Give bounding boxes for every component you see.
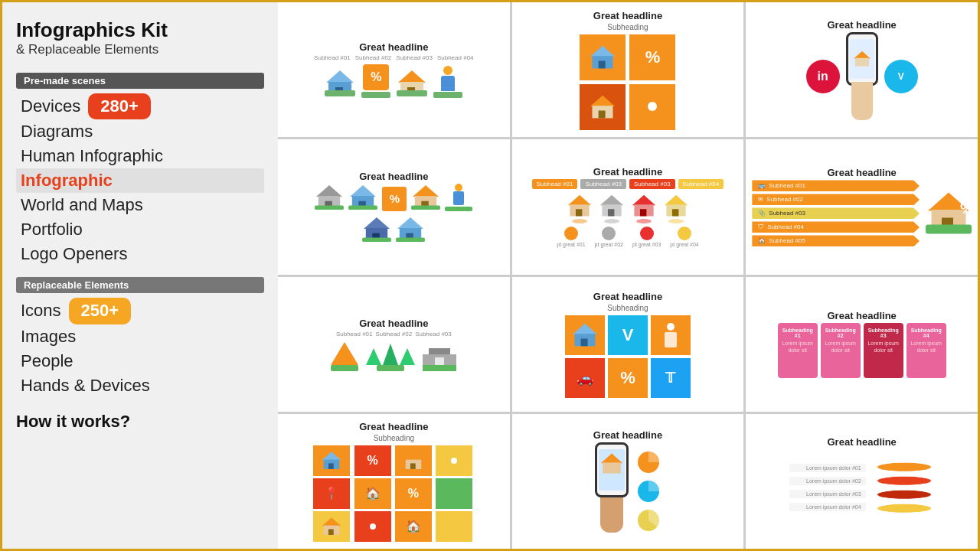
svg-rect-19 xyxy=(315,205,344,210)
cell6-content: 🚌 Subhead #01 ✉ Subhead #02 📎 Subhead #0… xyxy=(752,180,972,246)
cell-11: Great headline xyxy=(512,414,744,549)
sidebar-item-devices[interactable]: Devices xyxy=(16,94,80,119)
cell2-subheading: Subheading xyxy=(607,23,648,31)
cell4-title: Great headline xyxy=(359,171,428,182)
sidebar-item-images[interactable]: Images xyxy=(16,324,264,349)
cell-3: Great headline in xyxy=(746,2,978,137)
svg-marker-63 xyxy=(404,452,423,460)
badge-250: 250+ xyxy=(69,298,132,324)
cell5-title: Great headline xyxy=(593,166,662,178)
svg-rect-65 xyxy=(410,463,416,469)
cell7-title: Great headline xyxy=(359,318,428,329)
svg-marker-14 xyxy=(854,51,871,59)
svg-marker-36 xyxy=(568,195,591,205)
app-subtitle: & Replaceable Elements xyxy=(16,42,264,57)
premade-section-label: Pre-made scenes xyxy=(16,73,264,89)
svg-text:%: % xyxy=(960,198,972,216)
svg-rect-23 xyxy=(348,205,377,210)
cell-4: Great headline % xyxy=(278,139,510,274)
svg-marker-45 xyxy=(665,195,688,205)
sidebar-item-human[interactable]: Human Infographic xyxy=(16,144,264,168)
svg-rect-38 xyxy=(576,210,582,217)
svg-marker-39 xyxy=(600,195,623,205)
cell1-title: Great headline xyxy=(359,41,428,53)
svg-marker-8 xyxy=(590,45,615,56)
svg-rect-35 xyxy=(396,237,425,242)
app-title: Infographics Kit xyxy=(16,19,264,42)
cell8-tiles: V 🚗 % 𝕋 xyxy=(565,315,691,398)
svg-rect-31 xyxy=(362,237,391,242)
svg-marker-28 xyxy=(364,217,390,229)
svg-marker-66 xyxy=(322,517,341,526)
svg-rect-41 xyxy=(608,210,614,217)
replaceable-section-label: Replaceable Elements xyxy=(16,277,264,293)
sidebar-item-people[interactable]: People xyxy=(16,349,264,373)
cell3-content: in V xyxy=(806,32,918,120)
svg-rect-27 xyxy=(411,205,440,210)
cell8-title: Great headline xyxy=(593,291,662,302)
svg-rect-3 xyxy=(325,90,355,96)
svg-rect-68 xyxy=(328,529,334,535)
cell10-subheading: Subheading xyxy=(374,434,414,442)
svg-rect-62 xyxy=(328,463,334,469)
cell10-grid: % 📍 🏠 % 🏠 xyxy=(313,445,474,542)
svg-marker-32 xyxy=(397,217,423,229)
content-grid: Great headline Subhead #01Subhead #02Sub… xyxy=(278,2,978,549)
cell-9: Great headline Subheading #1 Lorem ipsum… xyxy=(746,277,978,412)
cell9-cards: Subheading #1 Lorem ipsum dolor sit Subh… xyxy=(778,323,946,378)
icons-row: Icons 250+ xyxy=(16,298,264,324)
svg-marker-20 xyxy=(350,185,376,197)
sidebar-item-infographic[interactable]: Infographic xyxy=(16,168,264,193)
svg-rect-7 xyxy=(397,90,427,96)
svg-rect-51 xyxy=(926,224,972,233)
sidebar-item-hands[interactable]: Hands & Devices xyxy=(16,373,264,398)
cell-12: Great headline Lorem ipsum dolor #01 Lor… xyxy=(746,414,978,549)
sidebar-item-worldmaps[interactable]: World and Maps xyxy=(16,193,264,217)
cell-10: Great headline Subheading % 📍 🏠 % 🏠 xyxy=(278,414,510,549)
sidebar-item-icons[interactable]: Icons xyxy=(16,298,61,323)
svg-rect-56 xyxy=(423,365,456,371)
svg-rect-70 xyxy=(603,463,621,474)
cell6-title: Great headline xyxy=(828,167,897,178)
cell7-subheads: Subhead #01Subhead #02Subhead #03 xyxy=(336,331,452,337)
sidebar: Infographics Kit & Replaceable Elements … xyxy=(2,2,278,549)
svg-marker-16 xyxy=(316,185,342,197)
cell-5: Great headline Subhead #01 Subhead #03 S… xyxy=(512,139,744,274)
cell5-icons xyxy=(567,194,689,223)
cell2-title: Great headline xyxy=(593,10,662,21)
sidebar-item-diagrams[interactable]: Diagrams xyxy=(16,119,264,144)
svg-marker-42 xyxy=(632,195,655,205)
badge-280: 280+ xyxy=(88,93,151,119)
sidebar-item-logoopeners[interactable]: Logo Openers xyxy=(16,242,264,266)
sidebar-item-portfolio[interactable]: Portfolio xyxy=(16,217,264,242)
cell8-subheading: Subheading xyxy=(607,304,648,312)
cell4-icons: % xyxy=(315,184,472,243)
svg-marker-4 xyxy=(398,70,426,83)
cell12-title: Great headline xyxy=(828,436,897,448)
cell5-subheads: Subhead #01 Subhead #03 Subhead #03 Subh… xyxy=(518,179,738,189)
svg-rect-10 xyxy=(599,60,606,68)
cell7-icons xyxy=(331,342,456,371)
svg-rect-59 xyxy=(581,338,588,346)
cell2-tiles: % xyxy=(580,34,675,130)
svg-rect-13 xyxy=(599,110,606,118)
cell12-content: Lorem ipsum dolor #01 Lorem ipsum dolor … xyxy=(789,449,935,526)
cell1-subheads: Subhead #01Subhead #02Subhead #03Subhead… xyxy=(314,54,473,61)
cell11-content xyxy=(595,442,661,533)
cell11-title: Great headline xyxy=(593,429,662,441)
svg-rect-47 xyxy=(672,210,678,217)
cell-6: Great headline 🚌 Subhead #01 ✉ Subhead #… xyxy=(746,139,978,274)
svg-marker-11 xyxy=(590,95,615,106)
svg-rect-44 xyxy=(640,210,646,217)
cell9-title: Great headline xyxy=(828,310,897,321)
svg-marker-0 xyxy=(326,70,354,83)
svg-marker-57 xyxy=(573,323,597,334)
cell-2: Great headline Subheading % xyxy=(512,2,744,137)
svg-marker-69 xyxy=(601,454,622,464)
how-it-works[interactable]: How it works? xyxy=(16,412,264,432)
svg-rect-15 xyxy=(855,58,869,67)
cell1-icons: % xyxy=(325,64,462,98)
devices-row: Devices 280+ xyxy=(16,93,264,119)
cell-7: Great headline Subhead #01Subhead #02Sub… xyxy=(278,277,510,412)
cell3-title: Great headline xyxy=(828,19,897,31)
